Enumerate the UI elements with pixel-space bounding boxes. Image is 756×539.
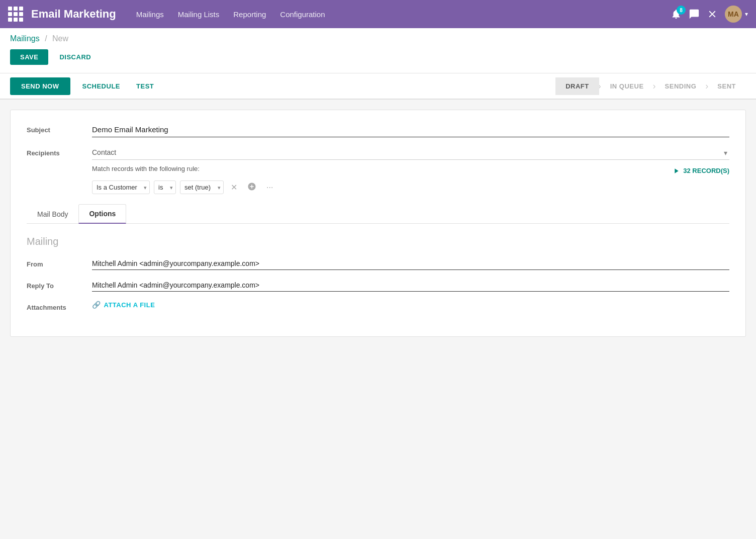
stage-sent: SENT	[707, 77, 746, 95]
nav-reporting[interactable]: Reporting	[233, 10, 266, 19]
breadcrumb-separator: /	[45, 34, 47, 43]
workflow-stages: DRAFT › IN QUEUE › SENDING › SENT	[555, 77, 746, 95]
from-input[interactable]	[92, 257, 729, 270]
grid-icon[interactable]	[8, 7, 23, 22]
test-button[interactable]: TEST	[128, 77, 162, 95]
activity-icon[interactable]: 8	[671, 9, 682, 20]
paperclip-icon: 🔗	[92, 301, 101, 309]
user-menu[interactable]: MA ▾	[725, 6, 748, 23]
attachments-field: 🔗 ATTACH A FILE	[92, 301, 729, 309]
nav-mailings[interactable]: Mailings	[136, 10, 164, 19]
records-link[interactable]: 32 RECORD(S)	[672, 167, 729, 175]
arrow-right-icon	[672, 167, 680, 175]
subject-row: Subject	[27, 122, 729, 137]
attach-file-link[interactable]: 🔗 ATTACH A FILE	[92, 301, 729, 309]
subject-field	[92, 122, 729, 137]
filter-add-button[interactable]	[244, 181, 259, 194]
subject-label: Subject	[27, 122, 92, 134]
recipients-select[interactable]: Contact	[92, 145, 729, 160]
reply-to-input[interactable]	[92, 279, 729, 292]
nav-mailing-lists[interactable]: Mailing Lists	[178, 10, 220, 19]
filter-more-button[interactable]: ···	[263, 182, 276, 193]
tab-mail-body[interactable]: Mail Body	[27, 204, 78, 223]
send-now-button[interactable]: SEND NOW	[10, 77, 70, 95]
recipients-label: Recipients	[27, 145, 92, 157]
top-navigation: Email Marketing Mailings Mailing Lists R…	[0, 0, 756, 28]
main-content: Subject Recipients Contact Match records…	[0, 100, 756, 347]
nav-configuration[interactable]: Configuration	[280, 10, 325, 19]
reply-to-row: Reply To	[27, 279, 729, 292]
from-label: From	[27, 257, 92, 268]
tabs-bar: Mail Body Options	[27, 204, 729, 224]
nav-right: 8 MA ▾	[671, 6, 748, 23]
match-rule-label: Match records with the following rule:	[92, 165, 200, 172]
reply-to-field	[92, 279, 729, 292]
filter-delete-button[interactable]: ✕	[228, 182, 240, 193]
options-section-title: Mailing	[27, 236, 729, 247]
options-section: Mailing From Reply To Attachments	[27, 224, 729, 324]
stage-draft: DRAFT	[555, 77, 599, 95]
close-icon[interactable]	[707, 9, 718, 20]
chat-icon[interactable]	[689, 9, 700, 20]
stage-sending: SENDING	[655, 77, 707, 95]
reply-to-label: Reply To	[27, 279, 92, 290]
breadcrumb-parent[interactable]: Mailings	[10, 34, 40, 43]
save-button[interactable]: SAVE	[10, 49, 48, 65]
filter-value-select[interactable]: set (true)	[180, 181, 224, 194]
avatar: MA	[725, 6, 742, 23]
attachments-label: Attachments	[27, 301, 92, 311]
recipients-field: Contact Match records with the following…	[92, 145, 729, 194]
workflow-bar: SEND NOW SCHEDULE TEST DRAFT › IN QUEUE …	[0, 73, 756, 100]
form-card: Subject Recipients Contact Match records…	[10, 110, 746, 337]
schedule-button[interactable]: SCHEDULE	[74, 77, 129, 95]
notification-badge: 8	[677, 6, 686, 15]
app-title: Email Marketing	[31, 8, 116, 21]
attachments-row: Attachments 🔗 ATTACH A FILE	[27, 301, 729, 311]
recipients-select-wrapper: Contact	[92, 145, 729, 160]
tab-options[interactable]: Options	[78, 204, 126, 224]
filter-field-select[interactable]: Is a Customer	[92, 181, 150, 194]
breadcrumb: Mailings / New	[10, 34, 746, 43]
breadcrumb-current: New	[52, 34, 68, 43]
nav-links: Mailings Mailing Lists Reporting Configu…	[136, 10, 671, 19]
filter-field-wrapper: Is a Customer	[92, 181, 150, 194]
subject-input[interactable]	[92, 122, 729, 137]
stage-in-queue: IN QUEUE	[600, 77, 654, 95]
breadcrumb-bar: Mailings / New	[0, 28, 756, 45]
from-row: From	[27, 257, 729, 270]
recipients-row: Recipients Contact Match records with th…	[27, 145, 729, 194]
discard-button[interactable]: DISCARD	[53, 49, 97, 65]
filter-value-wrapper: set (true)	[180, 181, 224, 194]
workflow-actions: SEND NOW SCHEDULE TEST	[10, 77, 162, 95]
filter-operator-select[interactable]: is	[154, 181, 176, 194]
action-bar: SAVE DISCARD	[0, 45, 756, 73]
from-field	[92, 257, 729, 270]
filter-operator-wrapper: is	[154, 181, 176, 194]
filter-row: Is a Customer is set (true)	[92, 181, 729, 194]
